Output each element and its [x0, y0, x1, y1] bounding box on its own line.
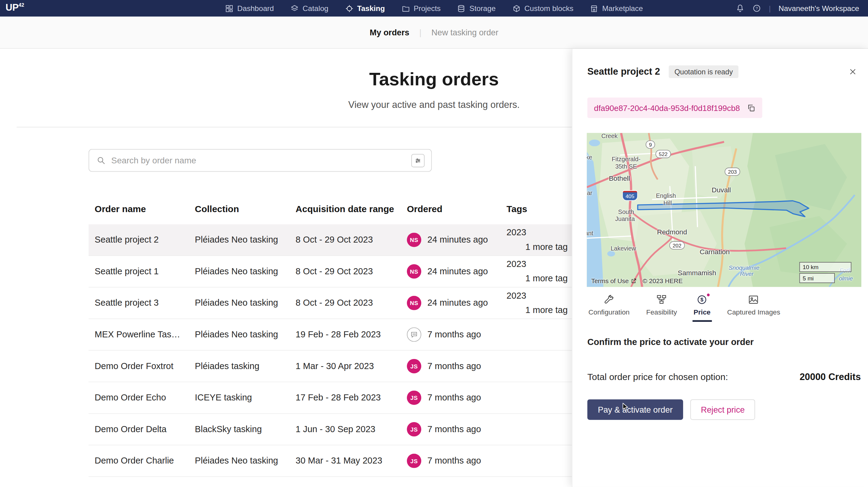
order-name: MEX Powerline Tas… [89, 330, 189, 340]
order-id-chip: dfa90e87-20c4-40da-953d-f0d18f199cb8 [587, 97, 762, 118]
svg-text:$: $ [701, 296, 704, 303]
user-avatar: NS [407, 264, 421, 279]
dashboard-icon [225, 4, 233, 12]
order-date-range: 30 Mar - 31 May 2023 [290, 456, 401, 466]
order-name: Demo Order Foxtrot [89, 361, 189, 371]
nav-item-marketplace[interactable]: Marketplace [590, 4, 643, 12]
user-avatar: NS [407, 296, 421, 310]
up42-logo[interactable]: UP42 [5, 2, 24, 13]
order-name: Demo Order Charlie [89, 456, 189, 466]
order-name: Seattle project 1 [89, 266, 189, 277]
workspace-menu[interactable]: Navaneeth's Workspace [778, 4, 859, 12]
tab-my-orders[interactable]: My orders [370, 28, 409, 37]
storage-icon [457, 4, 465, 12]
pay-activate-button[interactable]: Pay & activate order [587, 399, 683, 420]
order-detail-panel: Seattle project 2 Quotation is ready dfa… [572, 49, 868, 487]
order-ordered: NS24 minutes ago [401, 232, 500, 247]
orders-subnav: My orders | New tasking order [0, 17, 868, 49]
panel-tab-configuration[interactable]: Configuration [587, 291, 630, 322]
search-box [89, 149, 432, 172]
confirm-price-text: Confirm the price to activate your order [587, 337, 753, 347]
order-ordered: NS24 minutes ago [401, 296, 500, 310]
order-collection: ICEYE tasking [189, 393, 290, 403]
order-collection: Pléiades Neo tasking [189, 235, 290, 245]
nav-item-custom-blocks[interactable]: Custom blocks [512, 4, 574, 12]
order-date-range: 17 Feb - 28 Feb 2023 [290, 393, 401, 403]
order-ordered: JS7 months ago [401, 359, 500, 373]
column-header-ordered: Ordered [401, 194, 500, 224]
panel-actions: Pay & activate order Reject price [587, 399, 755, 420]
here-copyright: © 2023 HERE [643, 278, 683, 284]
order-name: Demo Order Echo [89, 393, 189, 403]
column-header-order-name: Order name [89, 194, 189, 224]
copy-icon[interactable] [746, 103, 755, 112]
status-badge: Quotation is ready [669, 65, 738, 78]
total-price-value: 20000 Credits [800, 372, 861, 383]
svg-text:?: ? [755, 6, 758, 11]
notifications-bell-icon[interactable] [736, 4, 745, 13]
panel-tab-price[interactable]: $Price [692, 291, 712, 322]
primary-nav: DashboardCatalogTaskingProjectsStorageCu… [225, 0, 643, 17]
wrench-icon [603, 294, 614, 305]
order-date-range: 1 Mar - 30 Apr 2023 [290, 361, 401, 371]
order-ordered: JS7 months ago [401, 391, 500, 405]
order-date-range: 19 Feb - 28 Feb 2023 [290, 330, 401, 340]
panel-tab-captured-images[interactable]: Captured Images [726, 291, 781, 322]
order-ordered: NS24 minutes ago [401, 264, 500, 279]
order-collection: Pléiades Neo tasking [189, 266, 290, 277]
search-icon [96, 156, 106, 165]
price-icon: $ [696, 294, 708, 305]
order-date-range: 8 Oct - 29 Oct 2023 [290, 266, 401, 277]
nav-item-tasking[interactable]: Tasking [345, 4, 385, 12]
column-header-collection: Collection [189, 194, 290, 224]
marketplace-icon [590, 4, 598, 12]
reject-price-button[interactable]: Reject price [690, 399, 755, 420]
panel-tab-feasibility[interactable]: Feasibility [645, 291, 678, 322]
order-collection: BlackSky tasking [189, 424, 290, 434]
panel-header: Seattle project 2 Quotation is ready [587, 65, 857, 78]
order-id: dfa90e87-20c4-40da-953d-f0d18f199cb8 [594, 103, 740, 112]
external-link-icon [630, 278, 637, 284]
aoi-map[interactable]: Creekke9522Fitzgerald-35th SEBothell203l… [587, 133, 862, 287]
nav-item-storage[interactable]: Storage [457, 4, 496, 12]
tab-new-tasking-order[interactable]: New tasking order [432, 28, 499, 37]
subnav-divider: | [420, 28, 422, 37]
column-header-acquisition-date-range: Acquisition date range [290, 194, 401, 224]
order-collection: Pléiades Neo tasking [189, 330, 290, 340]
image-icon [748, 294, 759, 305]
top-nav: UP42 DashboardCatalogTaskingProjectsStor… [0, 0, 868, 17]
total-price-label: Total order price for chosen option: [587, 372, 728, 382]
order-collection: Pléiades Neo tasking [189, 456, 290, 466]
user-avatar: NS [407, 232, 421, 247]
user-avatar: JS [407, 359, 421, 373]
user-avatar: JS [407, 422, 421, 436]
order-ordered: JS7 months ago [401, 422, 500, 436]
search-input[interactable] [106, 155, 411, 166]
terms-of-use-link[interactable]: Terms of Use [591, 278, 637, 284]
map-scale-control: 10 km 5 mi [800, 262, 851, 283]
help-icon[interactable]: ? [752, 4, 761, 13]
system-avatar [407, 327, 421, 342]
sliders-icon [414, 156, 422, 164]
nav-item-projects[interactable]: Projects [401, 4, 441, 12]
order-date-range: 8 Oct - 29 Oct 2023 [290, 298, 401, 308]
close-icon[interactable] [848, 68, 857, 76]
panel-title: Seattle project 2 [587, 66, 660, 77]
filter-icon[interactable] [411, 153, 425, 167]
nav-divider: | [769, 4, 771, 12]
up42-tasking-app: UP42 DashboardCatalogTaskingProjectsStor… [0, 0, 868, 487]
nav-right: ? | Navaneeth's Workspace [736, 0, 859, 17]
price-row: Total order price for chosen option: 200… [587, 372, 861, 383]
custom-blocks-icon [512, 4, 521, 12]
user-avatar: JS [407, 391, 421, 405]
nav-item-dashboard[interactable]: Dashboard [225, 4, 274, 12]
notification-dot [707, 293, 711, 297]
order-ordered: JS7 months ago [401, 454, 500, 468]
order-name: Seattle project 3 [89, 298, 189, 308]
order-date-range: 8 Oct - 29 Oct 2023 [290, 235, 401, 245]
user-avatar: JS [407, 454, 421, 468]
map-attribution: Terms of Use © 2023 HERE [591, 278, 683, 284]
nav-item-catalog[interactable]: Catalog [290, 4, 329, 12]
order-name: Demo Order Delta [89, 424, 189, 434]
scale-mi: 5 mi [800, 273, 835, 283]
